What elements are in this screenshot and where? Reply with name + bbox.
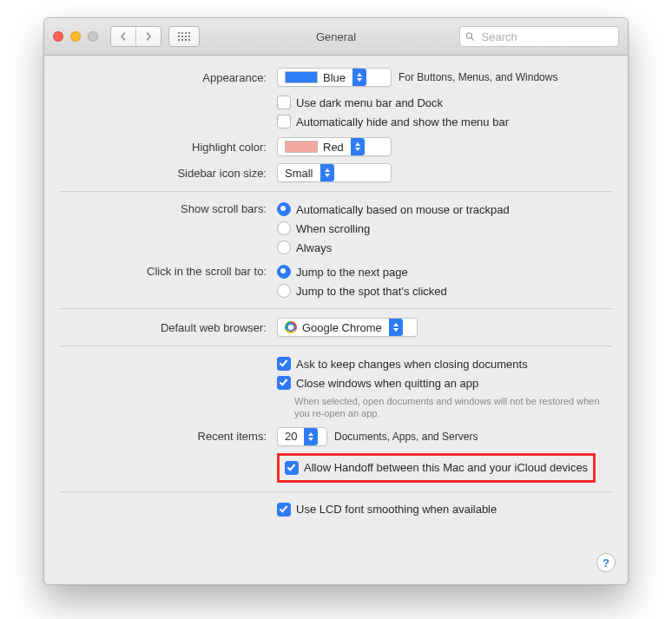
svg-line-1	[471, 38, 474, 41]
grid-icon	[178, 32, 190, 41]
handoff-label: Allow Handoff between this Mac and your …	[304, 461, 588, 474]
scrollbars-auto-radio[interactable]: Automatically based on mouse or trackpad	[277, 201, 612, 218]
appearance-value: Blue	[323, 71, 346, 84]
radio-icon	[277, 221, 291, 235]
back-button[interactable]	[111, 27, 135, 46]
dark-menu-checkbox[interactable]: Use dark menu bar and Dock	[277, 94, 612, 111]
scrollbars-always-radio[interactable]: Always	[277, 239, 612, 256]
appearance-popup[interactable]: Blue	[277, 68, 392, 87]
highlight-color-popup[interactable]: Red	[277, 137, 392, 156]
appearance-note: For Buttons, Menus, and Windows	[399, 71, 557, 83]
dark-menu-label: Use dark menu bar and Dock	[296, 96, 443, 109]
sidebar-size-value: Small	[285, 167, 313, 180]
checkbox-icon	[277, 95, 291, 109]
scrollbars-opt1: Automatically based on mouse or trackpad	[296, 203, 510, 216]
scrollclick-label: Click in the scroll bar to:	[60, 263, 268, 278]
scrollclick-spot-radio[interactable]: Jump to the spot that's clicked	[277, 282, 612, 300]
auto-hide-label: Automatically hide and show the menu bar	[296, 115, 509, 128]
scrollclick-page-radio[interactable]: Jump to the next page	[277, 263, 612, 280]
recent-items-label: Recent items:	[60, 430, 268, 443]
radio-selected-icon	[277, 265, 291, 279]
checkbox-checked-icon	[277, 357, 291, 371]
recent-items-value: 20	[285, 430, 297, 443]
updown-arrows-icon	[351, 138, 365, 155]
scrollbars-opt3: Always	[296, 241, 332, 254]
window-controls	[53, 31, 98, 42]
ask-keep-changes-label: Ask to keep changes when closing documen…	[296, 358, 528, 371]
updown-arrows-icon	[389, 319, 403, 336]
checkbox-icon	[277, 115, 291, 128]
checkbox-checked-icon	[285, 461, 299, 475]
ask-keep-changes-checkbox[interactable]: Ask to keep changes when closing documen…	[277, 355, 612, 372]
help-icon: ?	[603, 556, 609, 570]
close-windows-hint: When selected, open documents and window…	[294, 393, 607, 420]
checkbox-checked-icon	[277, 503, 291, 517]
updown-arrows-icon	[304, 428, 318, 445]
highlight-value: Red	[323, 141, 344, 154]
handoff-checkbox[interactable]: Allow Handoff between this Mac and your …	[285, 459, 588, 477]
nav-back-forward	[110, 26, 161, 47]
scrollbars-scrolling-radio[interactable]: When scrolling	[277, 220, 612, 237]
search-icon	[465, 31, 475, 42]
sidebar-size-label: Sidebar icon size:	[60, 167, 268, 180]
lcd-smoothing-checkbox[interactable]: Use LCD font smoothing when available	[277, 501, 612, 518]
sidebar-size-popup[interactable]: Small	[277, 163, 392, 182]
radio-icon	[277, 284, 291, 298]
blue-swatch-icon	[285, 71, 318, 83]
minimize-window-button[interactable]	[70, 31, 81, 42]
chrome-icon	[285, 321, 297, 333]
auto-hide-menubar-checkbox[interactable]: Automatically hide and show the menu bar	[277, 113, 612, 130]
search-input[interactable]	[480, 30, 613, 44]
chevron-left-icon	[119, 32, 128, 41]
chevron-right-icon	[144, 32, 153, 41]
zoom-window-button[interactable]	[88, 31, 98, 42]
close-window-button[interactable]	[53, 31, 63, 42]
close-windows-label: Close windows when quitting an app	[296, 377, 478, 390]
scrollclick-opt2: Jump to the spot that's clicked	[296, 285, 447, 298]
checkbox-checked-icon	[277, 376, 291, 390]
lcd-smoothing-label: Use LCD font smoothing when available	[296, 503, 497, 516]
radio-selected-icon	[277, 202, 291, 216]
scrollbars-label: Show scroll bars:	[60, 201, 268, 215]
help-button[interactable]: ?	[596, 553, 616, 572]
default-browser-popup[interactable]: Google Chrome	[277, 318, 418, 337]
pane-body: Appearance: Blue For Buttons, Menus, and…	[44, 56, 628, 534]
browser-label: Default web browser:	[60, 321, 268, 334]
search-field[interactable]	[459, 26, 619, 47]
updown-arrows-icon	[352, 69, 366, 86]
forward-button[interactable]	[135, 27, 161, 46]
show-all-button[interactable]	[168, 26, 200, 47]
scrollbars-opt2: When scrolling	[296, 222, 370, 235]
browser-value: Google Chrome	[302, 321, 382, 334]
appearance-label: Appearance:	[60, 71, 268, 84]
handoff-highlight: Allow Handoff between this Mac and your …	[277, 453, 596, 483]
scrollclick-opt1: Jump to the next page	[296, 266, 408, 279]
radio-icon	[277, 240, 291, 254]
red-swatch-icon	[285, 141, 318, 153]
recent-items-popup[interactable]: 20	[277, 427, 327, 446]
preferences-window: General Appearance: Blue	[43, 17, 629, 585]
toolbar: General	[44, 18, 628, 56]
recent-items-note: Documents, Apps, and Servers	[334, 431, 478, 443]
updown-arrows-icon	[320, 164, 334, 181]
svg-point-0	[466, 33, 471, 38]
highlight-label: Highlight color:	[60, 141, 268, 154]
close-windows-checkbox[interactable]: Close windows when quitting an app	[277, 374, 612, 392]
